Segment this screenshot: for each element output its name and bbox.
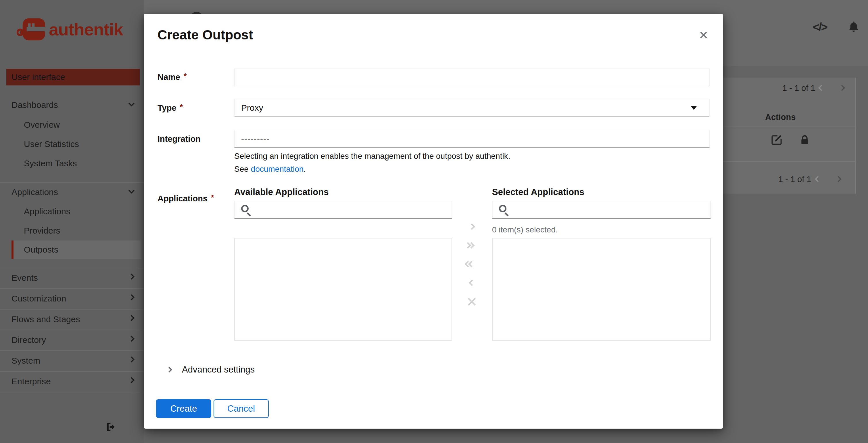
pagination-top-label: 1 - 1 of 1 bbox=[782, 83, 815, 93]
label-text: Integration bbox=[157, 134, 200, 144]
sidebar-group-enterprise[interactable]: Enterprise bbox=[11, 377, 51, 386]
sidebar-item-label: User interface bbox=[11, 69, 140, 85]
caret-down-icon bbox=[691, 106, 697, 110]
sidebar-divider bbox=[0, 182, 144, 183]
sidebar-divider bbox=[0, 330, 144, 330]
sidebar-divider bbox=[0, 371, 144, 372]
advanced-settings-toggle[interactable]: Advanced settings bbox=[182, 364, 255, 375]
close-icon[interactable]: × bbox=[695, 26, 712, 44]
chevron-down-icon[interactable] bbox=[128, 187, 134, 194]
sidebar-item-system-tasks[interactable]: System Tasks bbox=[24, 158, 77, 168]
sidebar-divider bbox=[0, 268, 144, 268]
brand-name: authentik bbox=[49, 20, 123, 39]
create-outpost-modal: Create Outpost × Name* Type* Proxy Integ… bbox=[144, 14, 723, 429]
help-period: . bbox=[304, 165, 306, 174]
sign-out-icon[interactable] bbox=[105, 421, 117, 433]
selected-search-input[interactable] bbox=[513, 203, 703, 217]
sidebar-item-applications[interactable]: Applications bbox=[24, 207, 70, 216]
available-applications-listbox[interactable] bbox=[234, 238, 452, 341]
selected-item-indicator bbox=[11, 240, 13, 259]
notifications-bell-icon[interactable] bbox=[847, 20, 860, 33]
remove-all-button[interactable] bbox=[466, 296, 477, 307]
chevron-right-icon[interactable] bbox=[128, 315, 134, 321]
available-applications-title: Available Applications bbox=[234, 187, 329, 197]
integration-select[interactable]: --------- bbox=[234, 130, 710, 148]
required-marker: * bbox=[180, 103, 183, 111]
chevron-right-icon[interactable] bbox=[166, 367, 172, 373]
cancel-button[interactable]: Cancel bbox=[214, 399, 269, 418]
sidebar-item-user-statistics[interactable]: User Statistics bbox=[24, 139, 79, 149]
sidebar-divider bbox=[0, 309, 144, 309]
edit-outpost-icon[interactable] bbox=[770, 134, 783, 146]
pagination-bottom-label: 1 - 1 of 1 bbox=[778, 175, 811, 184]
integration-select-value: --------- bbox=[235, 130, 709, 147]
chevron-right-icon[interactable] bbox=[128, 294, 134, 300]
selected-search-field[interactable] bbox=[492, 201, 711, 218]
sidebar-item-user-interface[interactable]: User interface bbox=[6, 69, 140, 85]
move-selected-right-button[interactable] bbox=[466, 225, 478, 230]
move-selected-left-button[interactable] bbox=[466, 280, 478, 286]
sidebar-divider bbox=[0, 288, 144, 289]
sidebar-item-providers[interactable]: Providers bbox=[24, 226, 60, 236]
sidebar-item-overview[interactable]: Overview bbox=[24, 120, 60, 130]
integration-field-label: Integration bbox=[157, 134, 200, 144]
integration-help-line2: See documentation. bbox=[234, 165, 306, 174]
type-select-value: Proxy bbox=[235, 99, 709, 117]
name-field-label: Name* bbox=[157, 72, 187, 82]
help-see-text: See bbox=[234, 165, 251, 174]
create-button[interactable]: Create bbox=[156, 399, 211, 418]
applications-field-label: Applications* bbox=[157, 194, 214, 203]
move-all-right-button[interactable] bbox=[463, 243, 476, 249]
angle-right-icon bbox=[469, 224, 475, 230]
required-marker: * bbox=[211, 193, 214, 202]
chevron-right-icon[interactable] bbox=[128, 336, 134, 342]
sidebar-divider bbox=[0, 392, 144, 392]
sidebar: authentik User interface Dashboards Over… bbox=[0, 0, 144, 443]
sidebar-group-applications[interactable]: Applications bbox=[11, 187, 58, 197]
documentation-link[interactable]: documentation bbox=[251, 165, 304, 174]
brand[interactable]: authentik bbox=[17, 16, 123, 42]
chevron-down-icon[interactable] bbox=[128, 100, 134, 107]
available-search-input[interactable] bbox=[255, 203, 445, 217]
api-code-icon[interactable]: </> bbox=[813, 21, 827, 34]
label-text: Type bbox=[157, 103, 177, 113]
required-marker: * bbox=[184, 72, 187, 81]
selected-applications-listbox[interactable] bbox=[492, 238, 711, 341]
chevron-right-icon[interactable] bbox=[128, 273, 134, 279]
sidebar-group-system[interactable]: System bbox=[11, 356, 40, 365]
type-field-label: Type* bbox=[157, 103, 183, 113]
sidebar-group-events[interactable]: Events bbox=[11, 273, 38, 283]
sidebar-group-dashboards[interactable]: Dashboards bbox=[11, 100, 58, 110]
modal-title: Create Outpost bbox=[157, 27, 253, 42]
integration-help-text: Selecting an integration enables the man… bbox=[234, 152, 510, 161]
search-icon bbox=[499, 205, 506, 212]
move-all-left-button[interactable] bbox=[463, 262, 476, 268]
authentik-logo-icon bbox=[17, 17, 46, 42]
sidebar-divider bbox=[0, 350, 144, 351]
chevron-right-icon[interactable] bbox=[128, 356, 134, 362]
sidebar-item-outposts[interactable]: Outposts bbox=[24, 245, 58, 255]
name-input[interactable] bbox=[234, 68, 710, 86]
sidebar-group-flows-and-stages[interactable]: Flows and Stages bbox=[11, 315, 80, 324]
label-text: Applications bbox=[157, 194, 208, 203]
angle-left-icon bbox=[469, 279, 475, 286]
lock-outpost-icon[interactable] bbox=[799, 134, 810, 146]
selected-count-text: 0 item(s) selected. bbox=[492, 225, 558, 234]
type-select[interactable]: Proxy bbox=[234, 99, 710, 117]
selected-applications-title: Selected Applications bbox=[492, 187, 584, 197]
actions-column-header: Actions bbox=[765, 113, 796, 122]
sidebar-group-directory[interactable]: Directory bbox=[11, 335, 46, 345]
available-search-field[interactable] bbox=[234, 201, 452, 218]
label-text: Name bbox=[157, 72, 180, 82]
chevron-right-icon[interactable] bbox=[128, 377, 134, 383]
search-icon bbox=[241, 205, 249, 212]
sidebar-group-customization[interactable]: Customization bbox=[11, 294, 66, 303]
